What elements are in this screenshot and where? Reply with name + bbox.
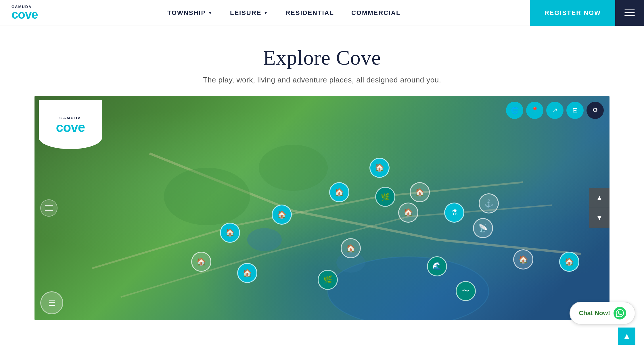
map-pin-pin12[interactable]: 🏠 (237, 263, 257, 283)
map-container: GAMUDA cove 🌐 📍 ↗ ⊞ ⚙ ▲ ▼ ☰ 🏠🏠🏠🏠🏠🏠⚗⚓📡🏠🏠🏠… (34, 96, 610, 320)
hamburger-line-3 (624, 15, 635, 16)
map-pin-pin14[interactable]: 🌊 (427, 256, 447, 276)
map-pin-pin3[interactable]: 🏠 (220, 223, 240, 243)
whatsapp-icon (614, 307, 626, 319)
map-pin-pin10[interactable]: 🏠 (341, 238, 361, 258)
nav-item-township[interactable]: TOWNSHIP ▼ (167, 9, 213, 17)
chevron-down-icon: ▼ (264, 11, 268, 15)
nav-item-residential[interactable]: RESIDENTIAL (285, 9, 334, 17)
page-title-section: Explore Cove The play, work, living and … (0, 26, 644, 96)
map-menu-button[interactable] (40, 199, 57, 217)
map-pin-pin15[interactable]: 🏠 (513, 249, 533, 269)
page-subtitle: The play, work, living and adventure pla… (6, 76, 638, 84)
globe-icon-button[interactable]: 🌐 (506, 102, 523, 119)
map-nav-up-button[interactable]: ▲ (589, 188, 610, 208)
map-pin-pin4[interactable]: 🏠 (369, 158, 390, 178)
map-layers-button[interactable]: ☰ (40, 291, 63, 314)
map-pin-pin5[interactable]: 🏠 (410, 182, 430, 202)
map-pin-pin7[interactable]: ⚗ (444, 203, 464, 223)
nav-item-leisure[interactable]: LEISURE ▼ (230, 9, 268, 17)
location-icon-button[interactable]: 📍 (526, 102, 543, 119)
map-pin-pin8[interactable]: ⚓ (479, 193, 499, 213)
chevron-down-icon: ▼ (208, 11, 213, 15)
layers-icon: ☰ (48, 298, 55, 308)
map-pin-pin16[interactable]: 🏠 (559, 252, 579, 272)
hamburger-line-1 (624, 9, 635, 10)
map-ham-line-3 (45, 210, 53, 211)
main-nav: TOWNSHIP ▼ LEISURE ▼ RESIDENTIAL COMMERC… (167, 9, 400, 17)
chat-now-button[interactable]: Chat Now! (570, 302, 635, 325)
grid-icon-button[interactable]: ⊞ (566, 102, 584, 119)
scroll-to-top-button[interactable]: ▲ (618, 328, 635, 345)
map-pin-pin1[interactable]: 🏠 (329, 182, 349, 202)
logo-cove: cove (12, 9, 38, 21)
hamburger-line-2 (624, 12, 635, 13)
badge-gamuda-text: GAMUDA (60, 116, 82, 120)
page-title: Explore Cove (6, 46, 638, 70)
map-toolbar: 🌐 📍 ↗ ⊞ ⚙ (506, 102, 604, 119)
map-pin-pin6[interactable]: 🏠 (398, 203, 418, 223)
chevron-up-icon: ▲ (623, 332, 631, 341)
share-icon-button[interactable]: ↗ (546, 102, 564, 119)
nav-item-commercial[interactable]: COMMERCIAL (351, 9, 401, 17)
badge-cove-text: cove (56, 121, 85, 134)
chat-label: Chat Now! (579, 309, 610, 317)
map-nav-arrows: ▲ ▼ (589, 188, 610, 228)
map-pin-pin9[interactable]: 📡 (473, 218, 493, 238)
map-nav-down-button[interactable]: ▼ (589, 208, 610, 228)
hamburger-menu-button[interactable] (615, 0, 644, 26)
map-pins-container: 🏠🏠🏠🏠🏠🏠⚗⚓📡🏠🏠🏠🌿🌊🏠🏠〜🌿 (34, 96, 610, 320)
header: GAMUDA cove TOWNSHIP ▼ LEISURE ▼ RESIDEN… (0, 0, 644, 26)
map-brand-badge: GAMUDA cove (39, 100, 102, 149)
map-ham-line-2 (45, 208, 53, 208)
map-pin-pin18[interactable]: 🌿 (375, 187, 395, 207)
map-pin-pin17[interactable]: 〜 (456, 281, 476, 301)
settings-icon-button[interactable]: ⚙ (586, 102, 604, 119)
map-ham-line-1 (45, 205, 53, 206)
logo[interactable]: GAMUDA cove (12, 5, 38, 21)
map-pin-pin2[interactable]: 🏠 (272, 205, 292, 225)
nav-right: REGISTER NOW (530, 0, 644, 26)
map-pin-pin11[interactable]: 🏠 (191, 252, 211, 272)
map-pin-pin13[interactable]: 🌿 (318, 270, 338, 290)
register-button[interactable]: REGISTER NOW (530, 0, 615, 26)
